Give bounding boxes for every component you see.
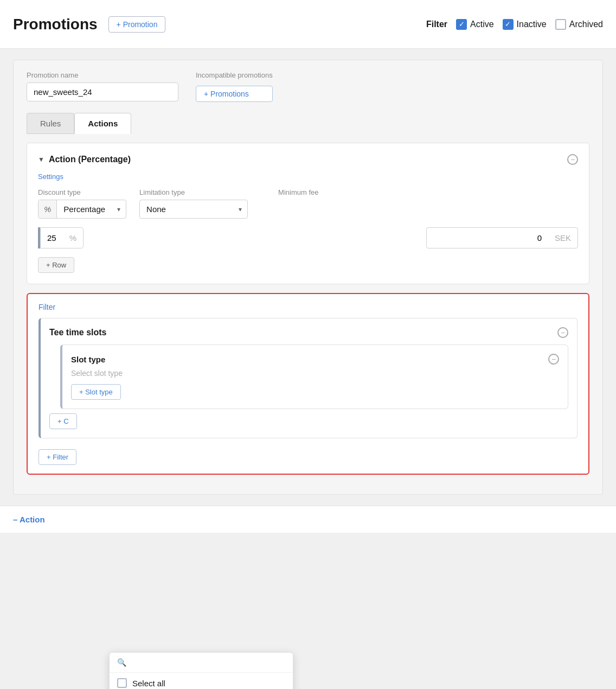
tee-time-title: Tee time slots	[49, 328, 107, 337]
percentage-value: 25	[41, 228, 63, 248]
limitation-type-field: Limitation type None ▾	[139, 188, 248, 219]
percentage-input-container: 25 %	[38, 227, 84, 248]
min-fee-display: 0 SEK	[426, 227, 578, 248]
promotion-name-label: Promotion name	[27, 71, 178, 79]
filter-inactive-label: Inactive	[517, 20, 547, 29]
limitation-type-select[interactable]: None ▾	[139, 200, 248, 219]
add-slot-type-button[interactable]: + Slot type	[71, 384, 121, 400]
slot-type-placeholder: Select slot type	[71, 369, 559, 378]
remove-slot-type-button[interactable]: −	[548, 354, 559, 365]
action-title: ▼ Action (Percentage)	[38, 155, 131, 164]
dropdown-search-input[interactable]	[131, 658, 285, 667]
settings-label: Settings	[38, 173, 578, 181]
filter-archived-label: Archived	[569, 20, 603, 29]
filter-card: Filter Tee time slots − Slot type − Sele…	[27, 293, 589, 475]
percentage-display: 25 %	[40, 227, 84, 248]
slot-type-card: Slot type − Select slot type + Slot type	[60, 344, 568, 409]
dropdown-arrow-icon: ▾	[112, 201, 126, 218]
min-fee-display-wrapper: 0 SEK	[426, 227, 578, 248]
percentage-unit: %	[63, 228, 83, 248]
promotion-form: Promotion name Incompatible promotions +…	[13, 60, 603, 495]
min-fee-value: 0	[427, 228, 548, 248]
incompatible-label: Incompatible promotions	[196, 71, 273, 79]
slot-type-title: Slot type	[71, 355, 105, 364]
minimum-fee-label-field: Minimum fee	[278, 188, 318, 219]
filter-inactive-item[interactable]: ✓ Inactive	[503, 19, 547, 30]
form-row-top: Promotion name Incompatible promotions +…	[27, 71, 589, 102]
filter-active-item[interactable]: ✓ Active	[456, 19, 494, 30]
bottom-bar: – Action	[0, 506, 616, 533]
filter-archived-checkbox[interactable]	[555, 19, 566, 30]
slot-type-header: Slot type −	[71, 354, 559, 365]
limitation-type-label: Limitation type	[139, 188, 248, 196]
percentage-row: 25 % 0 SEK	[38, 227, 578, 248]
option-label-select-all: Select all	[132, 679, 165, 688]
discount-type-value: Percentage	[57, 200, 112, 218]
filter-section: Filter ✓ Active ✓ Inactive Archived	[426, 19, 603, 30]
action-form-grid: Discount type % Percentage ▾ Limitation …	[38, 188, 578, 219]
tab-actions[interactable]: Actions	[74, 113, 131, 134]
discount-prefix-icon: %	[39, 200, 57, 218]
filter-label: Filter	[426, 20, 447, 29]
add-filter-button[interactable]: + Filter	[39, 449, 76, 465]
add-action-button[interactable]: – Action	[13, 515, 45, 524]
dropdown-arrow-icon: ▾	[233, 201, 247, 218]
minimum-fee-label: Minimum fee	[278, 188, 318, 196]
action-card: ▼ Action (Percentage) − Settings Discoun…	[27, 143, 589, 284]
slot-type-dropdown: 🔍 Select all Guest Member Booki	[109, 652, 293, 689]
filter-inactive-checkbox[interactable]: ✓	[503, 19, 514, 30]
add-promotion-button[interactable]: + Promotion	[108, 16, 166, 33]
add-condition-button[interactable]: + C	[49, 413, 77, 429]
promotion-name-field: Promotion name	[27, 71, 178, 101]
filter-card-label: Filter	[39, 303, 578, 311]
add-incompatible-button[interactable]: + Promotions	[196, 86, 273, 102]
checkmark-icon: ✓	[459, 21, 465, 28]
tee-time-header: Tee time slots −	[49, 327, 568, 338]
discount-type-select[interactable]: % Percentage ▾	[38, 200, 126, 219]
option-checkbox-select-all[interactable]	[117, 678, 127, 688]
dropdown-option-select-all[interactable]: Select all	[110, 673, 293, 689]
filter-archived-item[interactable]: Archived	[555, 19, 603, 30]
add-row-button[interactable]: + Row	[38, 257, 74, 273]
filter-active-label: Active	[470, 20, 494, 29]
page-title: Promotions	[13, 16, 98, 33]
main-content: Promotion name Incompatible promotions +…	[0, 49, 616, 506]
min-fee-unit: SEK	[548, 228, 578, 248]
remove-tee-time-button[interactable]: −	[557, 327, 568, 338]
filter-active-checkbox[interactable]: ✓	[456, 19, 467, 30]
action-header: ▼ Action (Percentage) −	[38, 154, 578, 165]
header: Promotions + Promotion Filter ✓ Active ✓…	[0, 0, 616, 49]
promotion-name-input[interactable]	[27, 82, 178, 101]
tabs: Rules Actions	[27, 113, 589, 134]
discount-type-field: Discount type % Percentage ▾	[38, 188, 126, 219]
tab-rules[interactable]: Rules	[27, 113, 74, 134]
limitation-type-value: None	[140, 200, 233, 218]
remove-action-button[interactable]: −	[567, 154, 578, 165]
discount-type-label: Discount type	[38, 188, 126, 196]
incompatible-promotions-field: Incompatible promotions + Promotions	[196, 71, 273, 102]
dropdown-search-container: 🔍	[110, 653, 293, 673]
search-icon: 🔍	[117, 658, 126, 667]
checkmark-icon: ✓	[505, 21, 511, 28]
collapse-icon[interactable]: ▼	[38, 156, 44, 163]
tee-time-card: Tee time slots − Slot type − Select slot…	[39, 318, 578, 438]
